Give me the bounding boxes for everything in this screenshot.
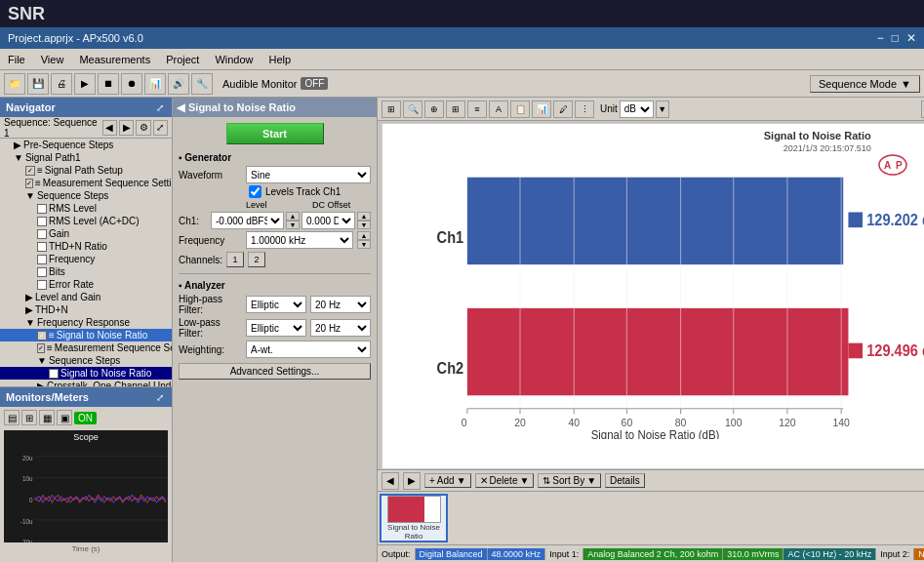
menu-window[interactable]: Window (207, 52, 261, 67)
tree-checkbox[interactable] (37, 280, 47, 290)
chart-btn-7[interactable]: 📋 (510, 100, 530, 118)
delete-result-button[interactable]: ✕ Delete ▼ (475, 473, 535, 488)
tree-checkbox[interactable] (37, 204, 47, 214)
nav-settings-btn[interactable]: ⚙ (136, 120, 150, 136)
toolbar-btn-7[interactable]: 📊 (144, 73, 166, 95)
menu-project[interactable]: Project (158, 52, 207, 67)
tree-checkbox[interactable] (49, 369, 59, 379)
tree-checkbox[interactable] (37, 242, 47, 252)
lowpass-freq-select[interactable]: 20 Hz (310, 319, 371, 337)
monitors-btn-2[interactable]: ⊞ (21, 410, 37, 425)
monitors-btn-4[interactable]: ▣ (57, 410, 72, 425)
ch1-dc-select[interactable]: 0.000 D (301, 212, 355, 229)
ch1-dc-down[interactable]: ▼ (357, 221, 371, 229)
tree-item-pre-sequence[interactable]: ▶ Pre-Sequence Steps (0, 139, 172, 151)
advanced-settings-button[interactable]: Advanced Settings... (179, 363, 371, 380)
tree-item-meas-seq-settings-1[interactable]: ✓ ≡ Measurement Sequence Settings... (0, 177, 172, 189)
weighting-select[interactable]: A-wt. (246, 341, 371, 358)
ch1-level-spinner[interactable]: ▲ ▼ (286, 212, 300, 229)
ch1-dc-spinner[interactable]: ▲ ▼ (357, 212, 371, 229)
ch1-dc-up[interactable]: ▲ (357, 212, 371, 221)
highpass-type-select[interactable]: Elliptic (246, 296, 306, 313)
chart-btn-9[interactable]: 🖊 (553, 100, 573, 118)
chart-btn-8[interactable]: 📊 (532, 100, 551, 118)
tree-item-crosstalk[interactable]: ▶ Crosstalk, One Channel Undriven (0, 380, 172, 386)
tree-checkbox[interactable]: ✓ (25, 179, 33, 188)
tree-checkbox[interactable] (37, 255, 47, 264)
close-button[interactable]: ✕ (906, 31, 916, 45)
tree-item-freq-response[interactable]: ▼ Frequency Response (0, 316, 172, 329)
toolbar-btn-2[interactable]: 💾 (27, 73, 49, 95)
frequency-spinner[interactable]: ▲ ▼ (357, 231, 371, 249)
toolbar-btn-1[interactable]: 📁 (4, 73, 25, 95)
freq-down[interactable]: ▼ (357, 240, 371, 249)
menu-help[interactable]: Help (261, 52, 300, 67)
highpass-freq-select[interactable]: 20 Hz (310, 296, 371, 313)
tree-item-bits[interactable]: Bits (0, 265, 172, 278)
results-nav-left[interactable]: ◀ (382, 472, 399, 490)
tree-item-meas-seq-settings-2[interactable]: ✓ ≡ Measurement Sequence Settings... (0, 341, 172, 354)
toolbar-btn-3[interactable]: 🖨 (51, 73, 72, 95)
tree-checkbox[interactable]: ✓ (25, 166, 35, 176)
chart-btn-4[interactable]: ⊞ (446, 100, 465, 118)
tree-item-rms-ac-dc[interactable]: RMS Level (AC+DC) (0, 215, 172, 227)
chart-btn-5[interactable]: ≡ (467, 100, 487, 118)
toolbar-btn-9[interactable]: 🔧 (191, 73, 213, 95)
menu-view[interactable]: View (33, 52, 72, 67)
tree-item-gain[interactable]: Gain (0, 227, 172, 240)
details-button[interactable]: Details (605, 473, 645, 488)
tree-item-level-gain[interactable]: ▶ Level and Gain (0, 291, 172, 303)
maximize-button[interactable]: □ (892, 31, 899, 45)
freq-up[interactable]: ▲ (357, 231, 371, 240)
sequence-mode-button[interactable]: Sequence Mode ▼ (810, 75, 920, 93)
tree-checkbox[interactable]: ✓ (37, 343, 45, 353)
monitors-btn-1[interactable]: ▤ (4, 410, 20, 425)
tree-checkbox[interactable] (37, 267, 47, 277)
ch1-level-up[interactable]: ▲ (286, 212, 300, 221)
tree-checkbox[interactable]: ✓ (37, 331, 47, 341)
unit-expand-btn[interactable]: ▼ (656, 100, 669, 118)
tree-item-signal-path1[interactable]: ▼ Signal Path1 (0, 151, 172, 164)
tree-item-snr[interactable]: ✓ ≡ Signal to Noise Ratio (0, 329, 172, 341)
unit-select[interactable]: dB V (620, 100, 654, 118)
result-tile-snr[interactable]: Signal to Noise Ratio (380, 494, 448, 542)
ch1-level-select[interactable]: -0.000 dBFS (211, 212, 284, 229)
toolbar-btn-4[interactable]: ▶ (74, 73, 96, 95)
chart-btn-1[interactable]: ⊞ (382, 100, 401, 118)
tree-item-thdn[interactable]: ▶ THD+N (0, 303, 172, 316)
start-button[interactable]: Start (226, 123, 324, 144)
navigator-expand-icon[interactable]: ⤢ (154, 101, 166, 114)
monitors-btn-3[interactable]: ▦ (39, 410, 55, 425)
waveform-select[interactable]: Sine (246, 166, 371, 183)
toolbar-btn-5[interactable]: ⏹ (98, 73, 119, 95)
tree-item-error-rate[interactable]: Error Rate (0, 278, 172, 291)
nav-expand-btn[interactable]: ⤢ (153, 120, 168, 136)
add-result-button[interactable]: + Add ▼ (424, 473, 471, 488)
frequency-select[interactable]: 1.00000 kHz (246, 231, 353, 249)
menu-file[interactable]: File (0, 52, 33, 67)
chart-btn-3[interactable]: ⊕ (424, 100, 444, 118)
nav-btn-2[interactable]: ▶ (119, 120, 134, 136)
tree-item-frequency[interactable]: Frequency (0, 253, 172, 265)
ch-btn-2[interactable]: 2 (248, 252, 265, 267)
levels-track-checkbox[interactable] (249, 185, 261, 198)
tree-item-rms-level[interactable]: RMS Level (0, 202, 172, 215)
chart-btn-10[interactable]: ⋮ (575, 100, 594, 118)
toolbar-btn-6[interactable]: ⏺ (121, 73, 142, 95)
results-nav-right[interactable]: ▶ (403, 472, 421, 490)
tree-item-seq-steps-2[interactable]: ▼ Sequence Steps (0, 354, 172, 367)
sort-by-button[interactable]: ⇅ Sort By ▼ (538, 473, 601, 488)
audible-monitor-status[interactable]: OFF (301, 77, 328, 90)
minimize-button[interactable]: − (877, 31, 884, 45)
menu-measurements[interactable]: Measurements (71, 52, 158, 67)
chart-btn-2[interactable]: 🔍 (403, 100, 422, 118)
ch1-level-down[interactable]: ▼ (286, 221, 300, 229)
lowpass-type-select[interactable]: Elliptic (246, 319, 306, 337)
tree-item-path-setup[interactable]: ✓ ≡ Signal Path Setup (0, 164, 172, 177)
tree-item-thdn-ratio[interactable]: THD+N Ratio (0, 240, 172, 253)
chart-btn-6[interactable]: A (489, 100, 508, 118)
tree-checkbox[interactable] (37, 229, 47, 239)
tree-checkbox[interactable] (37, 217, 47, 226)
tree-item-snr-sub[interactable]: Signal to Noise Ratio (0, 367, 172, 380)
back-arrow-icon[interactable]: ◀ (177, 101, 184, 114)
